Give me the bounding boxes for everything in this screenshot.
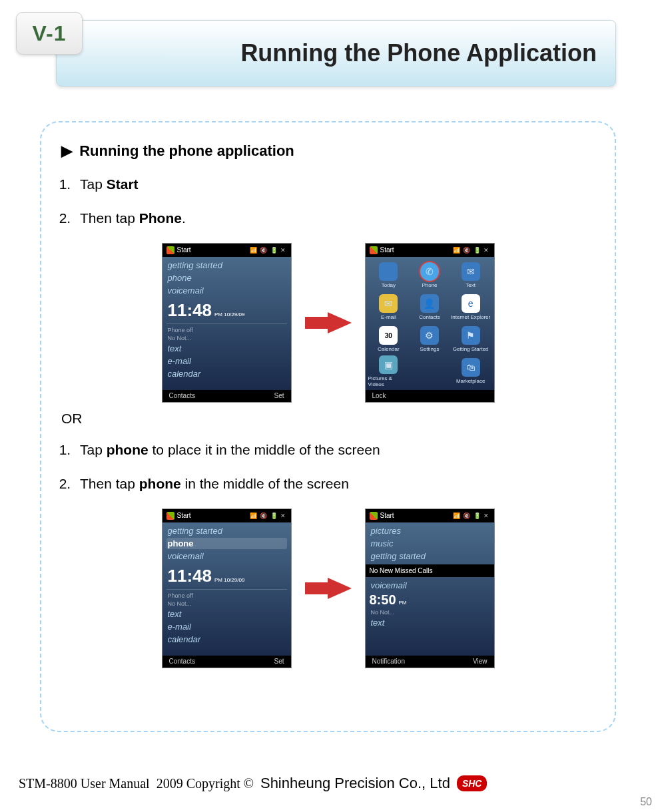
footer-copyright: 2009 Copyright © [157,776,254,791]
list-item: text [166,608,287,620]
pictures-videos-icon: ▣ [379,355,398,374]
clock-time: 11:48 [168,566,212,586]
missed-calls-banner: No New Missed Calls [366,564,494,577]
device-status-bar: Start 📶 🔇 🔋 ✕ [163,244,291,257]
list-item: music [370,538,490,549]
no-notifications: No Not... [370,609,490,616]
device-home-screen: Start 📶 🔇 🔋 ✕ getting started phone voic… [162,243,292,403]
softkey-left: Contacts [169,658,195,665]
windows-icon [166,246,174,254]
getting-started-icon: ⚑ [462,326,480,345]
arrow-icon [305,312,352,333]
app-cell: 👤Contacts [409,292,450,323]
list-item: pictures [370,525,490,536]
footer-company: Shinheung Precision Co., Ltd [260,775,450,792]
softkey-left: Lock [372,392,386,399]
status-icons: 📶 🔇 🔋 ✕ [250,512,287,519]
start-label: Start [380,246,394,254]
device-softkey-bar: Contacts Set [163,656,291,668]
device-softkey-bar: Lock [366,390,494,402]
device-start-menu: Start 📶 🔇 🔋 ✕ Today✆Phone✉Text✉E-mail👤Co… [365,243,495,403]
app-label: Text [466,282,476,288]
device-status-bar: Start 📶 🔇 🔋 ✕ [163,509,291,522]
device-body: getting started phone voicemail 11:48 PM… [163,257,291,390]
triangle-icon: ▶ [61,142,73,159]
app-grid: Today✆Phone✉Text✉E-mail👤ContactseInterne… [366,257,494,390]
app-label: Getting Started [453,346,489,352]
list-item: getting started [370,550,490,562]
app-label: E-mail [381,314,396,320]
sub-heading-text: Running the phone application [79,142,294,159]
steps-list-a: Tap Start Then tap Phone. [75,174,595,228]
page-footer: STM-8800 User Manual 2009 Copyright © Sh… [19,775,643,792]
device-status-bar: Start 📶 🔇 🔋 ✕ [366,244,494,257]
clock-row: 11:48 PM 10/29/09 [166,298,287,324]
device-phone-centered: Start 📶 🔇 🔋 ✕ pictures music getting sta… [365,508,495,668]
softkey-left: Notification [372,658,405,665]
footer-manual: STM-8800 User Manual [19,776,150,791]
screenshot-row-2: Start 📶 🔇 🔋 ✕ getting started phone voic… [61,508,595,668]
list-item: voicemail [166,550,287,562]
app-label: Pictures & Videos [368,375,410,387]
list-item: text [166,343,287,354]
or-separator: OR [61,411,595,427]
calendar-icon: 30 [379,326,398,345]
step-item: Tap phone to place it in the middle of t… [75,440,595,459]
today-icon [379,262,398,281]
softkey-right: View [473,658,488,665]
clock-sub: PM 10/29/09 [214,312,244,318]
app-label: Internet Explorer [451,314,490,320]
no-notifications: No Not... [166,335,287,341]
sub-heading: ▶ Running the phone application [61,142,595,160]
text-icon: ✉ [462,262,480,281]
list-item: phone [166,272,287,284]
start-label: Start [380,512,394,519]
device-body: getting started phone voicemail 11:48 PM… [163,522,291,656]
device-softkey-bar: Notification View [366,656,494,668]
app-cell: ✉E-mail [368,292,410,323]
list-item: e-mail [166,621,287,632]
clock-sub: PM [399,600,407,606]
list-item: e-mail [166,355,287,367]
app-cell: 🛍Marketplace [450,355,492,387]
step-item: Then tap Phone. [75,208,595,228]
status-icons: 📶 🔇 🔋 ✕ [250,247,287,254]
screenshot-row-1: Start 📶 🔇 🔋 ✕ getting started phone voic… [61,243,595,403]
windows-icon [166,512,174,520]
shc-logo: SHC [457,775,488,791]
internet-explorer-icon: e [462,294,480,313]
app-cell: Today [368,260,410,292]
device-body: pictures music getting started No New Mi… [366,522,494,656]
list-item: voicemail [370,580,490,591]
step-item: Tap Start [75,174,595,194]
device-softkey-bar: Contacts Set [163,390,291,402]
e-mail-icon: ✉ [379,294,398,313]
list-item: voicemail [166,285,287,296]
contacts-icon: 👤 [420,294,439,313]
status-icons: 📶 🔇 🔋 ✕ [453,247,490,254]
app-cell: ✆Phone [409,260,450,292]
app-cell: ⚑Getting Started [450,323,492,355]
section-number-tab: V-1 [16,12,83,55]
title-bar: Running the Phone Application [56,20,616,87]
device-home-phone-selected: Start 📶 🔇 🔋 ✕ getting started phone voic… [162,508,292,668]
no-notifications: No Not... [166,600,287,607]
app-label: Today [382,282,396,288]
app-cell [409,355,450,387]
app-label: Settings [420,346,440,352]
app-cell: 30Calendar [368,323,410,355]
softkey-right: Set [274,392,284,399]
clock-row: 11:48 PM 10/29/09 [166,563,287,590]
list-item-selected: phone [166,538,287,549]
steps-list-b: Tap phone to place it in the middle of t… [75,440,595,494]
settings-icon: ⚙ [420,326,439,345]
phone-off-label: Phone off [166,592,287,599]
app-label: Calendar [378,346,399,352]
list-item: calendar [166,368,287,379]
app-cell: ✉Text [450,260,492,292]
step-item: Then tap phone in the middle of the scre… [75,474,595,493]
phone-icon: ✆ [420,262,439,281]
arrow-icon [305,578,352,599]
app-label: Contacts [419,314,440,320]
app-label: Marketplace [456,378,486,384]
